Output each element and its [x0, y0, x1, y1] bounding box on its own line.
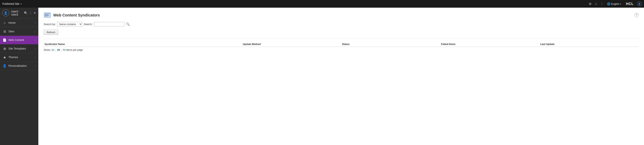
- page-header: Web Content Syndicators ?: [44, 12, 639, 18]
- search-submit-button[interactable]: 🔍: [126, 22, 130, 26]
- show-label: Show:: [44, 48, 50, 51]
- site-chevron-icon: ▾: [21, 3, 22, 5]
- items-per-page-label: items per page: [66, 48, 83, 51]
- col-header-last-update: Last Update: [540, 43, 639, 45]
- sites-chevron-icon: ⌄: [34, 30, 36, 33]
- search-row: Search by: Name contains Name equals Nam…: [44, 22, 639, 27]
- table-header: Syndicator Name Update Method Status Fai…: [44, 41, 639, 47]
- help-question-mark: ?: [636, 13, 638, 17]
- sidebar-item-sites[interactable]: ⊟ Sites ⌄: [0, 27, 38, 36]
- sidebar-search-button[interactable]: 🔍: [24, 11, 28, 15]
- hcl-logo: HCL: [626, 2, 634, 6]
- col-header-syndicator-name: Syndicator Name: [44, 43, 242, 45]
- sidebar: 👤 User2 User2 🔍 ⋮ ✕ ⌂ Home › ⊟ Sites ⌄ �: [0, 8, 38, 145]
- search-label: Search:: [84, 23, 92, 26]
- sidebar-item-themes[interactable]: ◈ Themes ›: [0, 53, 38, 62]
- svg-rect-4: [45, 16, 48, 16]
- sidebar-themes-label: Themes: [8, 56, 33, 59]
- web-content-nav-icon: 📄: [3, 38, 6, 42]
- sites-nav-icon: ⊟: [3, 29, 6, 33]
- sidebar-user-name: User2 User2: [11, 10, 22, 16]
- sidebar-site-templates-label: Site Templates: [8, 47, 33, 50]
- top-bar: Published Site ▾ ⊞ ⌂ ⋮ 🌐 English ▾ HCL 👤: [0, 0, 644, 8]
- separator-2: |: [61, 48, 62, 51]
- main-layout: 👤 User2 User2 🔍 ⋮ ✕ ⌂ Home › ⊟ Sites ⌄ �: [0, 8, 644, 145]
- refresh-button[interactable]: Refresh: [44, 30, 58, 35]
- sidebar-item-web-content[interactable]: 📄 Web Content ›: [0, 36, 38, 44]
- sidebar-more-button[interactable]: ⋮: [29, 11, 32, 15]
- calendar-icon[interactable]: ⊞: [589, 2, 592, 5]
- home-chevron-icon: ›: [35, 22, 36, 24]
- pagination-row: Show: 10 | 25 | 50 items per page: [44, 48, 639, 51]
- user-avatar-top[interactable]: 👤: [637, 1, 642, 6]
- svg-rect-1: [45, 13, 50, 14]
- web-content-chevron-icon: ›: [35, 39, 36, 41]
- sidebar-home-label: Home: [8, 21, 33, 24]
- search-by-label: Search by:: [44, 23, 56, 26]
- home-icon[interactable]: ⌂: [595, 2, 597, 6]
- svg-rect-2: [45, 14, 48, 15]
- sidebar-nav: ⌂ Home › ⊟ Sites ⌄ 📄 Web Content › ⊞ Sit…: [0, 18, 38, 145]
- col-header-failed-items: Failed Items: [440, 43, 539, 45]
- sidebar-user-actions: 🔍 ⋮ ✕: [24, 11, 36, 15]
- user-person-icon: 👤: [4, 11, 8, 15]
- sidebar-user-section: 👤 User2 User2 🔍 ⋮ ✕: [0, 8, 38, 18]
- top-bar-right: ⊞ ⌂ ⋮ 🌐 English ▾ HCL 👤: [589, 1, 642, 6]
- page-size-25[interactable]: 25: [57, 48, 60, 51]
- col-header-status: Status: [341, 43, 440, 45]
- sidebar-item-personalization[interactable]: 👤 Personalization ›: [0, 62, 38, 70]
- themes-nav-icon: ◈: [3, 55, 6, 59]
- sidebar-close-button[interactable]: ✕: [34, 11, 36, 15]
- page-size-50[interactable]: 50: [63, 48, 66, 51]
- user-avatar: 👤: [2, 9, 9, 16]
- user-icon-top: 👤: [638, 3, 641, 5]
- themes-chevron-icon: ›: [35, 56, 36, 58]
- personalization-nav-icon: 👤: [3, 64, 6, 68]
- sidebar-item-site-templates[interactable]: ⊞ Site Templates ›: [0, 44, 38, 53]
- search-by-dropdown[interactable]: Name contains Name equals Name starts wi…: [57, 22, 82, 27]
- sidebar-web-content-label: Web Content: [8, 38, 33, 41]
- personalization-chevron-icon: ›: [35, 65, 36, 67]
- page-icon-svg: [44, 12, 51, 18]
- sidebar-item-home[interactable]: ⌂ Home ›: [0, 18, 38, 27]
- site-templates-nav-icon: ⊞: [3, 47, 6, 50]
- col-header-update-method: Update Method: [242, 43, 341, 45]
- table-divider: [44, 39, 639, 39]
- language-translate-icon: 🌐: [607, 2, 610, 5]
- separator-1: |: [56, 48, 56, 51]
- site-templates-chevron-icon: ›: [35, 47, 36, 50]
- content-area: Web Content Syndicators ? Search by: Nam…: [38, 8, 644, 145]
- published-site-label[interactable]: Published Site: [2, 2, 20, 5]
- language-selector[interactable]: 🌐 English ▾: [607, 2, 621, 5]
- help-icon[interactable]: ?: [634, 13, 639, 17]
- more-options-icon[interactable]: ⋮: [600, 2, 604, 6]
- search-input[interactable]: [94, 22, 124, 26]
- top-bar-left: Published Site ▾: [2, 2, 589, 5]
- language-chevron-icon: ▾: [620, 3, 621, 5]
- sidebar-personalization-label: Personalization: [8, 64, 33, 67]
- page-icon: [44, 12, 51, 18]
- page-title: Web Content Syndicators: [53, 13, 100, 17]
- svg-rect-3: [45, 15, 49, 15]
- sidebar-sites-label: Sites: [8, 30, 32, 33]
- refresh-section: Refresh: [44, 30, 639, 39]
- page-size-10[interactable]: 10: [51, 48, 54, 51]
- home-nav-icon: ⌂: [3, 21, 6, 25]
- language-label: English: [611, 2, 619, 5]
